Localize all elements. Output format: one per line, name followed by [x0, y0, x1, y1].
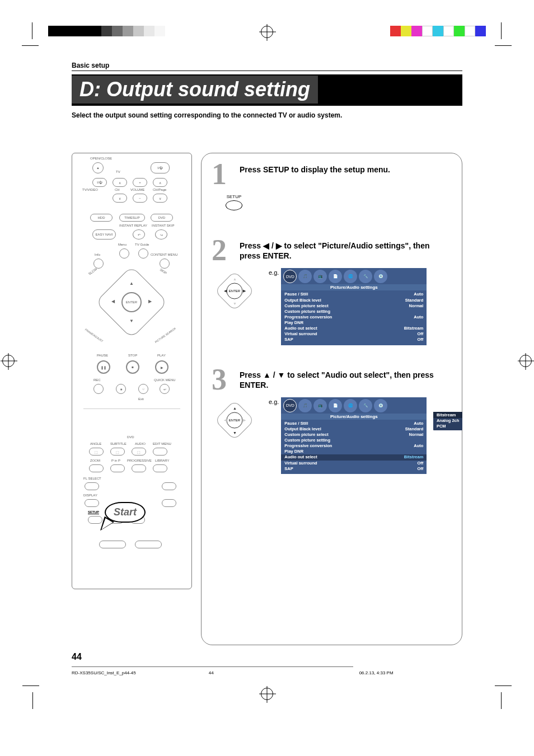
eg-label: e.g. — [269, 269, 279, 276]
quick-menu-button: ↩ — [160, 384, 170, 394]
timeslip-button: TIMESLIP — [119, 214, 145, 222]
svg-text:ENTER: ENTER — [229, 419, 241, 422]
enter-pad-diagram: ENTER◀▶▲▼ — [217, 274, 252, 308]
vol-up-icon: + — [133, 178, 147, 187]
library-button — [153, 464, 167, 472]
page-content: Basic setup D: Output sound setting Sele… — [0, 34, 534, 687]
menu-row: Output Black levelStandard — [284, 426, 423, 432]
label-picture-search: PICTURE SEARCH — [154, 327, 176, 344]
menu-row: Custom picture selectNormal — [284, 432, 423, 438]
svg-text:▼: ▼ — [233, 302, 237, 306]
star-button: ★ — [116, 384, 126, 394]
onscreen-menu: DVD 🎵 📺 📄 🌐 🔧 💿 Picture/Audio settings — [281, 268, 427, 345]
menu-row: Custom picture selectNormal — [284, 303, 423, 309]
crop-mark-icon — [502, 692, 518, 709]
tab-icon-2: 🎵 — [298, 399, 312, 412]
pause-icon: ❚❚ — [97, 360, 110, 374]
label-angle: ANGLE — [90, 442, 101, 445]
oval-button-icon — [226, 200, 242, 210]
tab-icon-5: 🌐 — [344, 270, 357, 283]
menu-tabs: DVD 🎵 📺 📄 🌐 🔧 💿 — [281, 397, 427, 414]
circle-button: ○ — [138, 384, 148, 394]
title-bar: D: Output sound setting — [72, 74, 462, 106]
tab-icon-3: 📺 — [313, 270, 327, 283]
tab-icon-6: 🔧 — [359, 270, 372, 283]
label-pause: PAUSE — [97, 354, 108, 357]
tvdvd-select-button — [162, 499, 176, 507]
ch-up-icon: ∧ — [113, 178, 127, 187]
label-instant-replay: INSTANT REPLAY — [119, 224, 147, 227]
menu-row: SAPOff — [284, 337, 423, 342]
power-icon: I/⏻ — [151, 162, 170, 173]
menu-row: Play DNR — [284, 449, 423, 454]
skip-icon: ↪ — [155, 229, 167, 240]
enter-label: ENTER — [229, 289, 241, 293]
menu-row: Virtual surroundOff — [284, 461, 423, 466]
step-number: 3 — [212, 368, 234, 392]
label-play: PLAY — [157, 354, 166, 357]
label-quick-menu: QUICK MENU — [154, 378, 175, 382]
step-2: 2 Press ◀ / ▶ to select "Picture/Audio s… — [212, 238, 452, 345]
play-icon: ▶ — [155, 360, 168, 374]
menu-row: Pause / StillAuto — [284, 292, 423, 297]
setup-label: SETUP — [217, 194, 251, 199]
label-info: Info — [95, 253, 100, 256]
step-text: Press SETUP to display the setup menu. — [240, 162, 390, 175]
label-tv-guide: TV Guide — [135, 243, 149, 246]
svg-text:▶: ▶ — [243, 289, 246, 293]
setup-button-diagram: SETUP — [217, 194, 251, 210]
menu-row: Custom picture setting — [284, 309, 423, 314]
label-frame-adjust: FRAME/ADJUST — [85, 328, 104, 343]
svg-text:▶: ▶ — [243, 418, 246, 422]
eg-label: e.g. — [269, 398, 279, 405]
menu-tabs: DVD 🎵 📺 📄 🌐 🔧 💿 — [281, 268, 427, 284]
dvd-button: DVD — [151, 214, 173, 222]
start-callout: Start — [105, 502, 146, 523]
label-content-menu: CONTENT MENU — [151, 253, 177, 256]
step-number: 2 — [212, 238, 234, 262]
enter-button: ENTER — [121, 292, 142, 312]
hdd-button: HDD — [90, 214, 113, 222]
tab-icon-5: 🌐 — [344, 399, 357, 412]
menu-row: Progressive conversionAuto — [284, 443, 423, 449]
edit-menu-button — [153, 448, 167, 456]
remote-control-diagram: OPEN/CLOSE ▲ I/⏻ TV I/⏻ ∧ + ∧ TV/VIDEO C… — [72, 153, 192, 589]
progressive-button — [132, 464, 146, 472]
section-label: Basic setup — [72, 62, 462, 71]
tab-icon-4: 📄 — [329, 270, 342, 283]
label-dvd-section: DVD — [127, 435, 134, 439]
easy-navi-button: EASY NAVI — [92, 229, 116, 240]
page-title: D: Output sound setting — [72, 76, 318, 104]
tab-icon-dvd: DVD — [283, 270, 297, 283]
page-up-icon: ∧ — [153, 178, 167, 187]
popup-option: Bitstream — [433, 412, 462, 419]
rec-button — [93, 384, 104, 394]
label-zoom: ZOOM — [90, 459, 100, 462]
subtitle-button: ⬚ — [110, 448, 125, 456]
popup-option: PCM — [437, 424, 459, 429]
tab-icon-6: 🔧 — [359, 399, 372, 412]
eject-icon: ▲ — [92, 162, 104, 173]
svg-text:▼: ▼ — [233, 431, 237, 435]
label-instant-skip: INSTANT SKIP — [152, 224, 174, 227]
content-menu-button — [160, 259, 170, 269]
label-library: LIBRARY — [155, 459, 170, 462]
registration-mark-icon — [261, 688, 273, 700]
menu-row: Custom picture setting — [284, 438, 423, 443]
tab-icon-3: 📺 — [313, 399, 327, 412]
step-text-pre: Press — [240, 370, 263, 379]
tab-icon-7: 💿 — [374, 399, 387, 412]
label-fl-select: FL SELECT — [83, 477, 101, 480]
tv-power-icon: I/⏻ — [92, 178, 107, 187]
svg-text:▲: ▲ — [233, 277, 237, 281]
zoom-button — [89, 464, 104, 472]
label-stop: STOP — [128, 354, 137, 357]
print-marks-top — [0, 0, 534, 34]
footer: RD-XS35SU/SC_Inst_E_p44-45 44 06.2.13, 4… — [72, 667, 462, 675]
footer-filename: RD-XS35SU/SC_Inst_E_p44-45 — [72, 670, 136, 675]
misc-button-2 — [135, 541, 162, 548]
label-skip: SKIP — [160, 268, 168, 275]
menu-row: Virtual surroundOff — [284, 331, 423, 337]
tab-icon-7: 💿 — [374, 270, 387, 283]
step-1: 1 Press SETUP to display the setup menu.… — [212, 162, 452, 210]
